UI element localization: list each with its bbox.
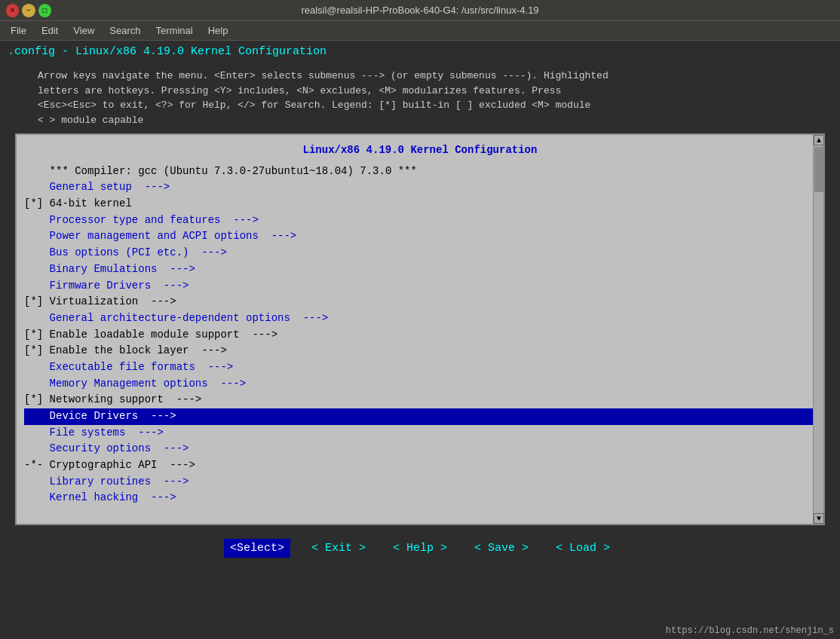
list-item[interactable]: -*- Cryptographic API ---> <box>24 457 816 474</box>
main-area: Arrow keys navigate the menu. <Enter> se… <box>0 63 840 525</box>
help-line-4: < > module capable <box>38 113 825 128</box>
exit-button[interactable]: < Exit > <box>305 539 372 558</box>
minimize-button[interactable]: − <box>22 4 35 17</box>
scroll-down-button[interactable]: ▼ <box>814 513 824 524</box>
titlebar-title: realsil@realsil-HP-ProBook-640-G4: /usr/… <box>51 5 789 16</box>
list-item[interactable]: Firmware Drivers ---> <box>24 278 816 295</box>
list-item[interactable]: [*] Enable the block layer ---> <box>24 343 816 359</box>
scroll-thumb[interactable] <box>814 147 823 192</box>
list-item[interactable]: Bus options (PCI etc.) ---> <box>24 245 816 261</box>
titlebar-controls[interactable]: × − □ <box>6 4 51 17</box>
list-item[interactable]: File systems ---> <box>24 425 816 442</box>
menu-help[interactable]: Help <box>201 23 236 38</box>
list-item[interactable]: Power management and ACPI options ---> <box>24 228 816 245</box>
list-item[interactable]: [*] Enable loadable module support ---> <box>24 327 816 344</box>
scrollbar[interactable]: ▲ ▼ <box>813 135 823 524</box>
menu-terminal[interactable]: Terminal <box>149 23 201 38</box>
menubar: File Edit View Search Terminal Help <box>0 21 840 41</box>
device-drivers-item[interactable]: Device Drivers ---> <box>24 408 816 425</box>
list-item[interactable]: [*] Virtualization ---> <box>24 294 816 310</box>
load-button[interactable]: < Load > <box>550 539 616 558</box>
footer-url: https://blog.csdn.net/shenjin_s <box>666 625 834 636</box>
list-item[interactable]: General setup ---> <box>24 179 816 196</box>
menu-title: Linux/x86 4.19.0 Kernel Configuration <box>24 142 816 159</box>
help-line-1: Arrow keys navigate the menu. <Enter> se… <box>38 69 825 84</box>
save-button[interactable]: < Save > <box>468 539 535 558</box>
list-item[interactable]: Security options ---> <box>24 441 816 457</box>
list-item[interactable]: Processor type and features ---> <box>24 212 816 229</box>
list-item[interactable]: General architecture-dependent options -… <box>24 310 816 327</box>
help-button[interactable]: < Help > <box>387 539 453 558</box>
list-item[interactable]: Kernel hacking ---> <box>24 490 816 506</box>
list-item[interactable]: *** Compiler: gcc (Ubuntu 7.3.0-27ubuntu… <box>24 164 816 180</box>
help-line-2: letters are hotkeys. Pressing <Y> includ… <box>38 84 825 99</box>
list-item[interactable]: Library routines ---> <box>24 474 816 491</box>
window-title: .config - Linux/x86 4.19.0 Kernel Config… <box>0 41 840 63</box>
titlebar: × − □ realsil@realsil-HP-ProBook-640-G4:… <box>0 0 840 21</box>
select-button[interactable]: <Select> <box>224 539 290 558</box>
list-item[interactable]: Executable file formats ---> <box>24 359 816 376</box>
maximize-button[interactable]: □ <box>38 4 51 17</box>
menu-edit[interactable]: Edit <box>34 23 66 38</box>
help-text: Arrow keys navigate the menu. <Enter> se… <box>8 63 832 133</box>
close-button[interactable]: × <box>6 4 19 17</box>
scroll-up-button[interactable]: ▲ <box>814 135 824 145</box>
bottom-bar: <Select> < Exit > < Help > < Save > < Lo… <box>0 525 840 570</box>
list-item[interactable]: [*] Networking support ---> <box>24 392 816 408</box>
list-item[interactable]: [*] 64-bit kernel <box>24 196 816 212</box>
help-line-3: <Esc><Esc> to exit, <?> for Help, </> fo… <box>38 98 825 113</box>
menu-search[interactable]: Search <box>102 23 148 38</box>
menu-view[interactable]: View <box>66 23 102 38</box>
menu-box: Linux/x86 4.19.0 Kernel Configuration **… <box>15 133 825 525</box>
list-item[interactable]: Binary Emulations ---> <box>24 261 816 278</box>
menu-file[interactable]: File <box>3 23 34 38</box>
list-item[interactable]: Memory Management options ---> <box>24 376 816 393</box>
menu-content: Linux/x86 4.19.0 Kernel Configuration **… <box>17 142 823 506</box>
